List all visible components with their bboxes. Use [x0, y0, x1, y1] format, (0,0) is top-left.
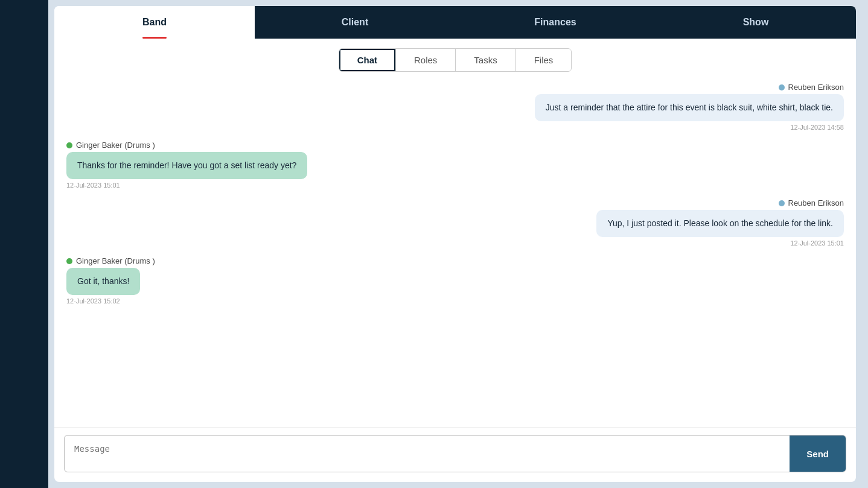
message-group-2: Ginger Baker (Drums ) Thanks for the rem… [66, 141, 844, 189]
main-content: Band Client Finances Show Chat Roles Tas… [48, 0, 868, 488]
send-button[interactable]: Send [790, 436, 846, 472]
msg-bubble-1: Just a reminder that the attire for this… [535, 94, 844, 121]
sender-name-4: Ginger Baker (Drums ) [76, 256, 155, 265]
tab-show[interactable]: Show [656, 6, 856, 39]
sub-tabs-container: Chat Roles Tasks Files [54, 39, 856, 77]
tab-band[interactable]: Band [54, 6, 255, 39]
message-group-3: Reuben Erikson Yup, I just posted it. Pl… [66, 198, 844, 247]
sender-name-2: Ginger Baker (Drums ) [76, 141, 155, 150]
msg-bubble-3: Yup, I just posted it. Please look on th… [596, 210, 844, 237]
msg-time-4: 12-Jul-2023 15:02 [66, 297, 120, 305]
msg-sender-3: Reuben Erikson [779, 198, 844, 208]
message-group-4: Ginger Baker (Drums ) Got it, thanks! 12… [66, 256, 844, 305]
tab-client[interactable]: Client [255, 6, 455, 39]
card: Band Client Finances Show Chat Roles Tas… [54, 6, 856, 482]
chat-area: Reuben Erikson Just a reminder that the … [54, 77, 856, 427]
subtab-chat[interactable]: Chat [339, 49, 396, 71]
sender-name-3: Reuben Erikson [788, 198, 844, 208]
sender-dot-2 [66, 142, 72, 148]
msg-bubble-4: Got it, thanks! [66, 268, 140, 295]
subtab-roles[interactable]: Roles [396, 49, 456, 71]
msg-time-1: 12-Jul-2023 14:58 [790, 124, 844, 131]
msg-bubble-2: Thanks for the reminder! Have you got a … [66, 152, 307, 179]
message-input[interactable] [65, 436, 790, 472]
sender-dot-3 [779, 200, 785, 206]
input-area: Send [54, 427, 856, 482]
input-row: Send [64, 435, 846, 472]
top-tabs: Band Client Finances Show [54, 6, 856, 39]
msg-time-3: 12-Jul-2023 15:01 [790, 239, 844, 247]
sidebar [0, 0, 48, 488]
sub-tab-group: Chat Roles Tasks Files [339, 48, 572, 72]
message-group-1: Reuben Erikson Just a reminder that the … [66, 83, 844, 131]
sender-dot-1 [779, 84, 785, 90]
msg-sender-1: Reuben Erikson [779, 83, 844, 92]
msg-sender-2: Ginger Baker (Drums ) [66, 141, 155, 150]
subtab-files[interactable]: Files [516, 49, 572, 71]
sender-dot-4 [66, 258, 72, 264]
subtab-tasks[interactable]: Tasks [456, 49, 515, 71]
msg-time-2: 12-Jul-2023 15:01 [66, 182, 120, 189]
sender-name-1: Reuben Erikson [788, 83, 844, 92]
tab-finances[interactable]: Finances [455, 6, 656, 39]
msg-sender-4: Ginger Baker (Drums ) [66, 256, 155, 265]
